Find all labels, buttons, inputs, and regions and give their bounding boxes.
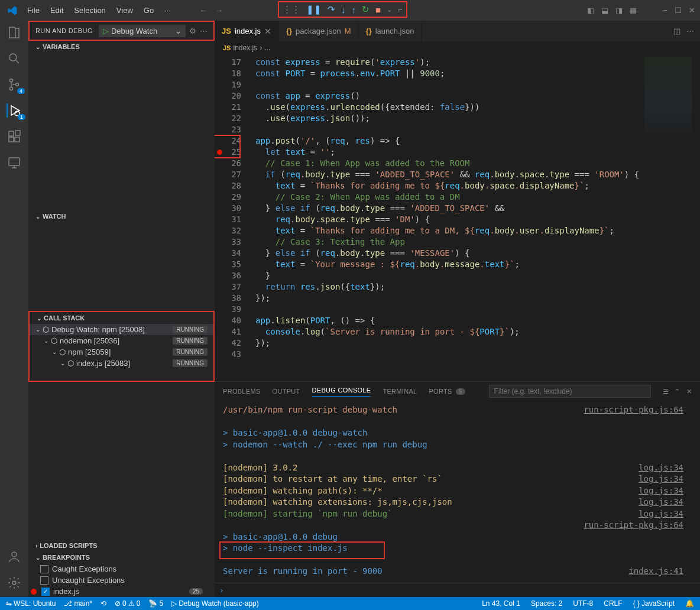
menu-selection[interactable]: Selection	[69, 4, 110, 17]
console-source-link[interactable]: log.js:34	[639, 497, 683, 508]
account-icon[interactable]	[7, 550, 21, 564]
toggle-sidebar-icon[interactable]: ◨	[615, 6, 623, 15]
minimap[interactable]	[644, 57, 692, 139]
tab-debug-console[interactable]: DEBUG CONSOLE	[312, 387, 371, 397]
tab-index-js[interactable]: JS index.js ✕	[215, 21, 279, 41]
step-out-button[interactable]: ↑	[352, 5, 357, 15]
console-source-link[interactable]: run-script-pkg.js:64	[584, 404, 683, 416]
git-sync[interactable]: ⟲	[99, 599, 108, 608]
callstack-row[interactable]: ⌄⬡nodemon [25036]RUNNING	[30, 335, 213, 346]
restart-button[interactable]: ↻	[362, 4, 370, 15]
editor-tabs: JS index.js ✕ {} package.json M {} launc…	[215, 21, 700, 41]
run-debug-icon[interactable]: 1	[7, 103, 22, 118]
minimize-button[interactable]: −	[663, 6, 667, 15]
menu-view[interactable]: View	[112, 4, 138, 17]
eol[interactable]: CRLF	[602, 599, 623, 608]
nav-back-icon[interactable]: ←	[199, 6, 207, 15]
drag-handle-icon[interactable]: ⋮⋮	[283, 4, 300, 15]
debug-console-input[interactable]: ›	[215, 583, 700, 597]
debug-config-dropdown[interactable]: ▷ Debug Watch ⌄	[99, 25, 186, 37]
checkbox-icon[interactable]	[40, 565, 48, 573]
close-tab-icon[interactable]: ✕	[264, 27, 271, 36]
nav-forward-icon[interactable]: →	[215, 6, 223, 15]
menu-edit[interactable]: Edit	[46, 4, 68, 17]
loaded-scripts-header[interactable]: › LOADED SCRIPTS	[28, 540, 215, 551]
step-into-button[interactable]: ↓	[341, 5, 346, 15]
variables-section-header[interactable]: ⌄ VARIABLES	[28, 41, 215, 53]
toggle-bottom-icon[interactable]: ⬓	[601, 6, 608, 15]
callstack-row[interactable]: ⌄⬡Debug Watch: npm [25008]RUNNING	[30, 324, 213, 335]
menu-file[interactable]: File	[22, 4, 44, 17]
menu-more[interactable]: ···	[160, 4, 176, 17]
console-source-link[interactable]: index.js:41	[628, 566, 683, 577]
sidebar-title: RUN AND DEBUG	[35, 27, 93, 34]
tab-package-json[interactable]: {} package.json M	[279, 21, 359, 41]
remote-indicator[interactable]: ⇋ WSL: Ubuntu	[5, 599, 57, 608]
breakpoint-uncaught[interactable]: Uncaught Exceptions	[28, 575, 215, 586]
language-mode[interactable]: { } JavaScript	[632, 599, 676, 608]
debug-settings-gear-icon[interactable]: ⚙	[189, 27, 196, 35]
callstack-row[interactable]: ⌄⬡index.js [25083]RUNNING	[30, 358, 213, 369]
toggle-panel-icon[interactable]: ◧	[587, 6, 594, 15]
debug-toolbar: ⋮⋮ ❚❚ ↷ ↓ ↑ ↻ ■ ⌄ ⌐	[278, 1, 407, 18]
console-filter-input[interactable]	[489, 385, 652, 398]
editor[interactable]: 1718192021222324252627282930313233343536…	[215, 54, 700, 381]
tab-terminal[interactable]: TERMINAL	[383, 388, 417, 395]
search-icon[interactable]	[7, 51, 21, 66]
menu-go[interactable]: Go	[139, 4, 158, 17]
console-source-link[interactable]: run-script-pkg.js:64	[584, 520, 683, 531]
breadcrumb[interactable]: JS index.js › ...	[215, 41, 700, 54]
checkbox-icon[interactable]	[40, 576, 48, 585]
tab-problems[interactable]: PROBLEMS	[223, 388, 261, 395]
checkbox-checked-icon[interactable]: ✓	[41, 588, 50, 596]
console-source-link[interactable]: log.js:34	[639, 485, 683, 497]
breakpoint-caught[interactable]: Caught Exceptions	[28, 563, 215, 575]
breakpoint-file[interactable]: ✓ index.js 25	[28, 586, 215, 597]
debug-icon: ▷	[171, 599, 177, 608]
js-file-icon: JS	[223, 44, 231, 51]
git-branch[interactable]: ⎇ main*	[63, 599, 93, 608]
debug-toolbar-chevron-icon[interactable]: ⌄	[387, 6, 392, 14]
breakpoint-line-badge: 25	[189, 588, 203, 595]
watch-section-header[interactable]: ⌄ WATCH	[28, 210, 215, 222]
notifications-bell-icon[interactable]: 🔔	[684, 599, 695, 608]
panel-maximize-icon[interactable]: ⌃	[675, 388, 680, 395]
debug-toolbar-more-icon[interactable]: ⌐	[398, 5, 403, 14]
breakpoints-header[interactable]: ⌄ BREAKPOINTS	[28, 551, 215, 563]
callstack-section: ⌄ CALL STACK ⌄⬡Debug Watch: npm [25008]R…	[28, 311, 215, 382]
js-file-icon: JS	[222, 27, 231, 35]
layout-grid-icon[interactable]: ▦	[630, 6, 637, 15]
tab-ports[interactable]: PORTS	[429, 388, 452, 395]
remote-explorer-icon[interactable]	[7, 155, 21, 170]
line-gutter[interactable]: 1718192021222324252627282930313233343536…	[215, 54, 253, 381]
tab-launch-json[interactable]: {} launch.json	[359, 21, 422, 41]
indent-spaces[interactable]: Spaces: 2	[530, 599, 563, 608]
encoding[interactable]: UTF-8	[572, 599, 594, 608]
callstack-section-header[interactable]: ⌄ CALL STACK	[30, 312, 213, 324]
stop-button[interactable]: ■	[375, 5, 381, 15]
close-window-button[interactable]: ✕	[689, 6, 695, 15]
explorer-icon[interactable]	[7, 25, 21, 40]
debug-status[interactable]: ▷ Debug Watch (basic-app)	[170, 599, 260, 608]
panel-close-icon[interactable]: ✕	[686, 388, 692, 395]
debug-console-output[interactable]: /usr/bin/npm run-script debug-watchrun-s…	[215, 401, 700, 583]
code-content[interactable]: const express = require('express');const…	[253, 54, 700, 381]
errors-count[interactable]: ⊘0 ⚠0	[114, 599, 141, 608]
console-source-link[interactable]: log.js:34	[639, 473, 683, 485]
pause-button[interactable]: ❚❚	[306, 4, 322, 15]
step-over-button[interactable]: ↷	[328, 4, 335, 15]
tab-output[interactable]: OUTPUT	[273, 388, 300, 395]
maximize-button[interactable]: ☐	[675, 6, 682, 15]
console-source-link[interactable]: log.js:34	[639, 508, 683, 520]
extensions-icon[interactable]	[7, 129, 21, 144]
console-source-link[interactable]: log.js:34	[639, 462, 683, 474]
panel-list-icon[interactable]: ☰	[663, 388, 669, 395]
callstack-row[interactable]: ⌄⬡npm [25059]RUNNING	[30, 346, 213, 358]
debug-more-icon[interactable]: ⋯	[200, 27, 208, 35]
editor-more-icon[interactable]: ⋯	[686, 27, 694, 35]
source-control-icon[interactable]: 4	[7, 77, 21, 92]
radio-tower[interactable]: 📡5	[147, 599, 164, 608]
settings-gear-icon[interactable]	[7, 576, 21, 590]
cursor-position[interactable]: Ln 43, Col 1	[481, 599, 521, 608]
split-editor-icon[interactable]: ◫	[673, 27, 680, 35]
